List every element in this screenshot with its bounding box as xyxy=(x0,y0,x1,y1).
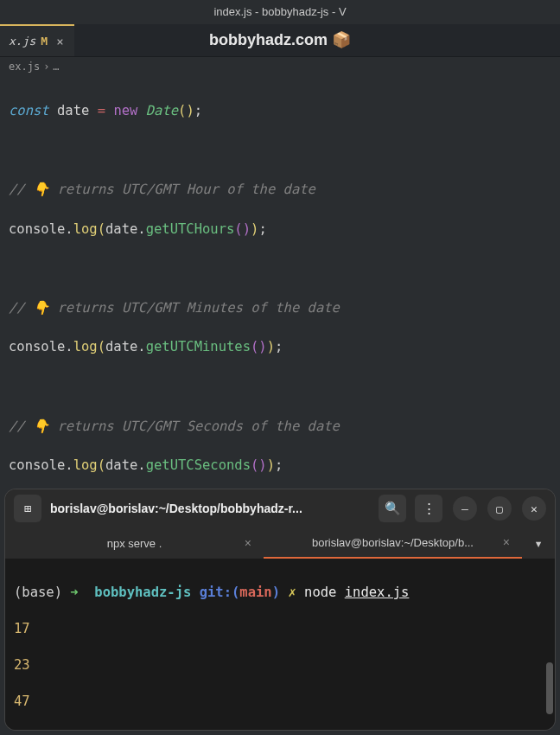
maximize-button[interactable]: ▢ xyxy=(487,496,512,521)
close-button[interactable]: ✕ xyxy=(522,496,546,521)
terminal-new-tab-button[interactable]: ⊞ xyxy=(14,495,41,522)
breadcrumb-separator: › xyxy=(43,61,49,73)
window-title: index.js - bobbyhadz-js - V xyxy=(0,0,560,24)
terminal-tab-1[interactable]: npx serve . × xyxy=(5,527,264,559)
terminal-window: ⊞ borislav@borislav:~/Desktop/bobbyhadz-… xyxy=(5,489,555,730)
tab-close-icon[interactable]: × xyxy=(245,536,251,550)
terminal-tabs: npx serve . × borislav@borislav:~/Deskto… xyxy=(5,527,555,559)
tab-dropdown-icon[interactable]: ▾ xyxy=(522,527,555,559)
breadcrumb-more: … xyxy=(53,61,59,73)
breadcrumb-file: ex.js xyxy=(9,61,40,73)
terminal-title: borislav@borislav:~/Desktop/bobbyhadz-r.… xyxy=(50,502,370,515)
tab-close-icon[interactable]: × xyxy=(503,535,510,549)
breadcrumb[interactable]: ex.js › … xyxy=(0,57,560,76)
search-icon[interactable]: 🔍 xyxy=(379,495,406,522)
terminal-titlebar: ⊞ borislav@borislav:~/Desktop/bobbyhadz-… xyxy=(5,489,555,527)
terminal-tab-2[interactable]: borislav@borislav:~/Desktop/b... × xyxy=(264,527,522,559)
terminal-output[interactable]: (base) ➜ bobbyhadz-js git:(main) ✗ node … xyxy=(5,559,555,730)
watermark: bobbyhadz.com 📦 xyxy=(0,30,560,49)
minimize-button[interactable]: — xyxy=(453,496,477,521)
menu-icon[interactable]: ⋮ xyxy=(415,495,442,522)
terminal-scrollbar[interactable] xyxy=(546,662,553,714)
